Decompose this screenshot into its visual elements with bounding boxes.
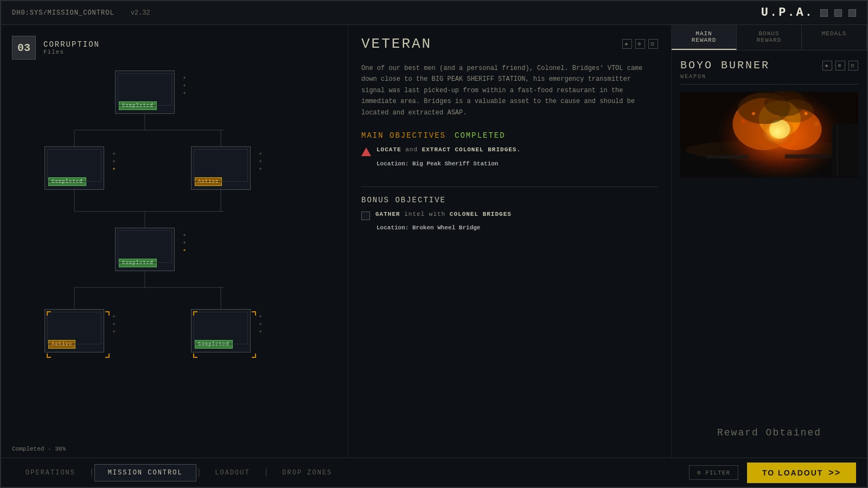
nav-sep-3: |	[264, 468, 269, 478]
svg-rect-30	[832, 124, 858, 176]
top-bar-left: DH0:SYS/MISSION_CONTROL v2.32	[12, 9, 150, 17]
objectives-section: MAIN OBJECTIVES COMPLETED LOCATE and EXT…	[361, 131, 658, 167]
logo: U.P.A.	[761, 6, 814, 20]
weapon-visual	[680, 91, 858, 178]
loadout-button[interactable]: TO LOADOUT >>	[747, 463, 856, 483]
main-objective-item: LOCATE and EXTRACT COLONEL BRIDGES.	[361, 146, 658, 156]
main-obj-location: Location: Big Peak Sheriff Station	[361, 160, 658, 167]
nav-sep-1: |	[89, 468, 94, 478]
mission-node-mid-left[interactable]: Completed ✦ ✦ ✦	[44, 146, 104, 190]
node-stars: ✦ ✦ ✦	[259, 313, 262, 335]
svg-point-25	[814, 121, 819, 127]
main-obj-text: LOCATE and EXTRACT COLONEL BRIDGES.	[376, 146, 521, 153]
minimize-button[interactable]	[820, 9, 828, 17]
bottom-nav: OPERATIONS | MISSION CONTROL | LOADOUT |…	[1, 458, 867, 487]
nav-right: ⚙ FILTER TO LOADOUT >>	[689, 463, 856, 483]
reward-item-type: WEAPON	[680, 74, 858, 85]
main-content: 03 CORRUPTION Files	[1, 25, 867, 458]
node-stars: ✦ ✦ ✦	[183, 74, 186, 96]
node-status: Active	[195, 177, 222, 186]
tab-main-reward[interactable]: MAINREWARD	[672, 25, 737, 50]
node-stars: ✦ ✦ ✦	[259, 150, 262, 172]
mission-header: 03 CORRUPTION Files	[12, 36, 337, 60]
main-objectives-status: COMPLETED	[455, 131, 506, 140]
nav-tab-operations[interactable]: OPERATIONS	[12, 464, 89, 481]
svg-point-23	[777, 99, 814, 122]
reward-icon-3[interactable]: ⊡	[848, 61, 858, 70]
mission-node-bot-right[interactable]: Completed ✦ ✦ ✦	[191, 309, 251, 352]
mission-number: 03	[12, 36, 36, 60]
nav-tab-mission-control[interactable]: MISSION CONTROL	[94, 464, 196, 481]
right-panel: MAINREWARD BONUSREWARD MEDALS BOYO BURNE…	[672, 25, 867, 458]
main-obj-action: LOCATE and EXTRACT COLONEL BRIDGES.	[376, 146, 521, 153]
filter-icon: ⚙	[697, 469, 701, 476]
mission-description: One of our best men (and a personal frie…	[361, 63, 658, 118]
tab-medals[interactable]: MEDALS	[802, 25, 867, 50]
bonus-section: BONUS OBJECTIVE GATHER intel with COLONE…	[361, 196, 658, 231]
corner-marks	[48, 313, 108, 356]
version: v2.32	[131, 9, 150, 17]
nav-sep-2: |	[196, 468, 202, 478]
svg-point-24	[741, 119, 745, 124]
detail-icon-1[interactable]: ◈	[622, 39, 632, 49]
filter-label: FILTER	[705, 470, 730, 476]
loadout-arrow-icon: >>	[828, 468, 841, 478]
reward-icon-1[interactable]: ◈	[822, 61, 832, 70]
corner-marks	[195, 313, 254, 356]
completed-bar: Completed - 30%	[12, 446, 66, 452]
node-stars: ✦ ✦ ✦	[112, 313, 116, 335]
divider	[361, 187, 658, 187]
app-frame: DH0:SYS/MISSION_CONTROL v2.32 U.P.A. 03 …	[0, 0, 868, 488]
reward-content: BOYO BURNER ◈ ⊕ ⊡ WEAPON	[672, 50, 867, 458]
tab-bonus-reward[interactable]: BONUSREWARD	[737, 25, 802, 50]
reward-item-name: BOYO BURNER ◈ ⊕ ⊡	[680, 59, 858, 72]
detail-header-icons: ◈ ⊕ ⊡	[622, 39, 658, 49]
map-area: Completed ✦ ✦ ✦ Completed ✦ ✦ ✦	[12, 70, 337, 369]
reward-icon-2[interactable]: ⊕	[835, 61, 845, 70]
detail-icon-2[interactable]: ⊕	[635, 39, 645, 49]
reward-tabs: MAINREWARD BONUSREWARD MEDALS	[672, 25, 867, 50]
bonus-obj-text: GATHER intel with COLONEL BRIDGES	[375, 211, 512, 217]
bonus-obj-action: GATHER intel with COLONEL BRIDGES	[375, 211, 512, 217]
mission-subtitle: Files	[43, 49, 100, 55]
mission-node-top[interactable]: Completed ✦ ✦ ✦	[115, 70, 175, 114]
mission-name-header: VETERAN ◈ ⊕ ⊡	[361, 36, 658, 52]
top-bar: DH0:SYS/MISSION_CONTROL v2.32 U.P.A.	[1, 1, 867, 25]
top-bar-right: U.P.A.	[761, 6, 856, 20]
node-stars: ✦ ✦ ✦	[183, 232, 186, 253]
bonus-obj-location: Location: Broken Wheel Bridge	[361, 224, 658, 231]
reward-header-icons: ◈ ⊕ ⊡	[822, 61, 858, 70]
mission-name-title: VETERAN	[361, 36, 432, 52]
node-status: Active	[48, 340, 75, 349]
detail-icon-3[interactable]: ⊡	[648, 39, 658, 49]
node-stars: ✦ ✦ ✦	[112, 150, 116, 172]
svg-rect-28	[706, 156, 748, 159]
filter-button[interactable]: ⚙ FILTER	[689, 465, 738, 480]
svg-point-27	[752, 112, 755, 115]
close-button[interactable]	[848, 9, 856, 17]
objectives-header: MAIN OBJECTIVES COMPLETED	[361, 131, 658, 140]
bonus-title: BONUS OBJECTIVE	[361, 196, 658, 204]
objective-triangle-icon	[361, 147, 371, 156]
loadout-label: TO LOADOUT	[762, 468, 823, 477]
node-status: Completed	[48, 177, 86, 186]
node-status: Completed	[119, 259, 157, 267]
completed-text: Completed - 30%	[12, 446, 66, 452]
left-panel: 03 CORRUPTION Files	[1, 25, 348, 458]
nav-tabs: OPERATIONS | MISSION CONTROL | LOADOUT |…	[12, 464, 346, 481]
nav-tab-loadout[interactable]: LOADOUT	[201, 464, 263, 481]
bonus-checkbox[interactable]	[361, 211, 370, 220]
system-path: DH0:SYS/MISSION_CONTROL	[12, 9, 114, 17]
mission-info: CORRUPTION Files	[43, 40, 100, 55]
mission-title: CORRUPTION	[43, 40, 100, 49]
main-objectives-label: MAIN OBJECTIVES	[361, 131, 446, 140]
mission-node-bot-left[interactable]: Active ✦ ✦ ✦	[44, 309, 104, 352]
svg-rect-29	[785, 155, 837, 159]
svg-point-26	[805, 112, 808, 115]
mission-node-mid-right[interactable]: Active ✦ ✦ ✦	[191, 146, 251, 190]
nav-tab-drop-zones[interactable]: DROP ZONES	[269, 464, 346, 481]
mission-node-center[interactable]: Completed ✦ ✦ ✦	[115, 228, 175, 271]
node-status: Completed	[119, 101, 157, 110]
bonus-objective-item: GATHER intel with COLONEL BRIDGES	[361, 211, 658, 220]
maximize-button[interactable]	[834, 9, 842, 17]
